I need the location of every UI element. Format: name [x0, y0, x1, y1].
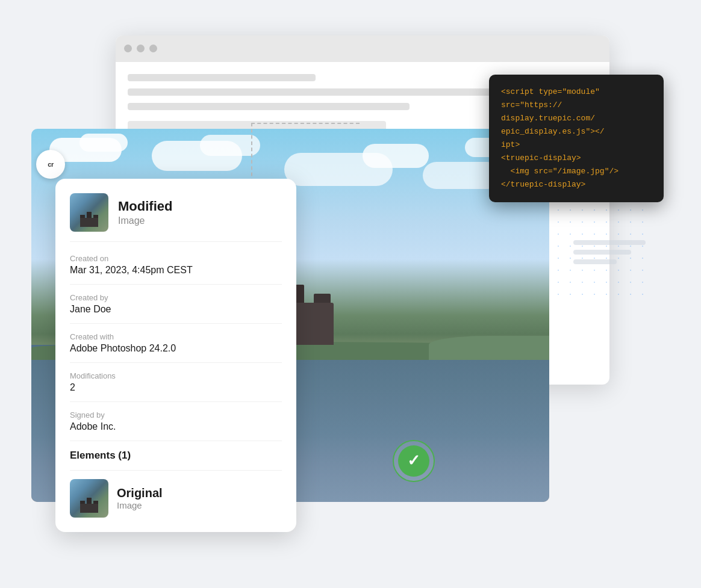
code-line-2: src="https:// — [501, 99, 652, 112]
browser-dot-2 — [137, 45, 145, 52]
card-subtitle: Image — [118, 215, 172, 226]
code-line-7: <img src="/image.jpg"/> — [501, 165, 652, 178]
deco-line-3 — [573, 259, 617, 264]
card-thumbnail — [70, 193, 108, 232]
browser-dot-3 — [149, 45, 157, 52]
dashed-connector-h — [251, 123, 360, 124]
signed-by-value: Adobe Inc. — [70, 421, 282, 432]
created-with-value: Adobe Photoshop 24.2.0 — [70, 343, 282, 354]
modifications-value: 2 — [70, 382, 282, 393]
created-on-section: Created on Mar 31, 2023, 4:45pm CEST — [70, 254, 282, 285]
deco-line-1 — [573, 240, 646, 245]
info-card: Modified Image Created on Mar 31, 2023, … — [55, 179, 296, 532]
modifications-section: Modifications 2 — [70, 371, 282, 402]
deco-lines — [573, 240, 646, 269]
element-title: Original — [117, 486, 163, 500]
thumb-castle-body — [80, 218, 98, 227]
code-line-8: </truepic-display> — [501, 178, 652, 191]
created-by-section: Created by Jane Doe — [70, 293, 282, 324]
created-by-value: Jane Doe — [70, 304, 282, 315]
card-title-group: Modified Image — [118, 199, 172, 226]
elements-section: Elements (1) Original Image — [70, 450, 282, 518]
code-line-5: ipt> — [501, 138, 652, 152]
scene: <script type="module" src="https:// disp… — [19, 17, 682, 571]
element-thumb-castle — [80, 498, 98, 513]
placeholder-line-1 — [128, 74, 316, 81]
verification-badge: ✓ — [393, 440, 435, 482]
element-thumbnail — [70, 479, 108, 518]
element-title-group: Original Image — [117, 486, 163, 510]
cloud-6 — [363, 144, 429, 168]
logo-badge: cr — [36, 150, 65, 179]
element-subtitle: Image — [117, 500, 163, 510]
hill-right — [429, 336, 549, 360]
card-thumbnail-image — [70, 193, 108, 232]
code-line-4: epic_display.es.js"></ — [501, 125, 652, 138]
cloud-2 — [79, 134, 128, 152]
signed-by-label: Signed by — [70, 410, 282, 419]
element-item: Original Image — [70, 479, 282, 518]
code-line-1: <script type="module" — [501, 85, 652, 99]
browser-titlebar — [116, 36, 609, 62]
element-thumbnail-image — [70, 479, 108, 518]
browser-dot-1 — [124, 45, 132, 52]
thumb-castle — [80, 212, 98, 227]
created-by-label: Created by — [70, 293, 282, 302]
verify-inner: ✓ — [398, 445, 429, 477]
code-line-3: display.truepic.com/ — [501, 112, 652, 125]
card-title: Modified — [118, 199, 172, 214]
created-with-label: Created with — [70, 332, 282, 341]
created-with-section: Created with Adobe Photoshop 24.2.0 — [70, 332, 282, 363]
placeholder-line-2 — [128, 88, 503, 96]
logo-text: cr — [48, 161, 53, 168]
created-on-value: Mar 31, 2023, 4:45pm CEST — [70, 265, 282, 276]
element-thumb-castle-body — [80, 504, 98, 513]
placeholder-line-3 — [128, 103, 410, 110]
deco-line-2 — [573, 250, 631, 255]
modifications-label: Modifications — [70, 371, 282, 380]
checkmark-icon: ✓ — [407, 451, 420, 470]
card-header: Modified Image — [70, 193, 282, 242]
code-line-6: <truepic-display> — [501, 152, 652, 165]
elements-header: Elements (1) — [70, 450, 282, 471]
signed-by-section: Signed by Adobe Inc. — [70, 410, 282, 441]
code-panel: <script type="module" src="https:// disp… — [489, 75, 664, 203]
created-on-label: Created on — [70, 254, 282, 263]
